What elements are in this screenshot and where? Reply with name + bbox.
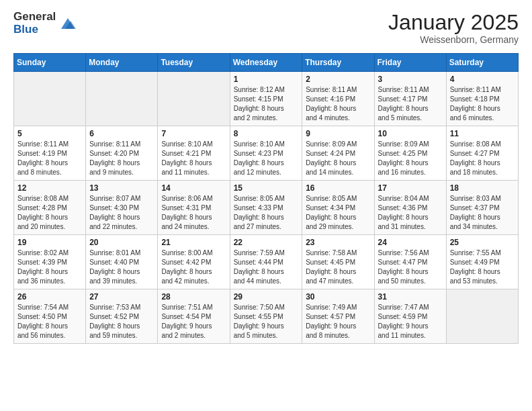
logo-general-text: General xyxy=(13,11,56,24)
calendar-cell: 21Sunrise: 8:00 AM Sunset: 4:42 PM Dayli… xyxy=(158,235,230,289)
day-info: Sunrise: 8:01 AM Sunset: 4:40 PM Dayligh… xyxy=(89,248,154,286)
day-info: Sunrise: 7:51 AM Sunset: 4:54 PM Dayligh… xyxy=(161,303,226,340)
day-number: 20 xyxy=(89,238,154,247)
day-number: 9 xyxy=(306,129,370,138)
day-number: 5 xyxy=(17,129,82,138)
calendar-cell: 25Sunrise: 7:55 AM Sunset: 4:49 PM Dayli… xyxy=(446,235,518,289)
day-number: 30 xyxy=(306,292,370,302)
day-number: 21 xyxy=(161,238,226,247)
calendar-cell xyxy=(86,72,158,126)
calendar-week-1: 1Sunrise: 8:12 AM Sunset: 4:15 PM Daylig… xyxy=(14,72,519,126)
header: General Blue January 2025 Weissenborn, G… xyxy=(13,11,519,45)
location: Weissenborn, Germany xyxy=(388,34,519,45)
day-info: Sunrise: 8:08 AM Sunset: 4:28 PM Dayligh… xyxy=(17,194,82,232)
calendar-cell: 14Sunrise: 8:06 AM Sunset: 4:31 PM Dayli… xyxy=(158,181,230,235)
day-info: Sunrise: 8:11 AM Sunset: 4:16 PM Dayligh… xyxy=(306,85,370,123)
day-number: 31 xyxy=(378,292,443,302)
weekday-header-sunday: Sunday xyxy=(14,54,86,72)
calendar-cell xyxy=(14,72,86,126)
day-number: 2 xyxy=(306,75,370,84)
day-number: 10 xyxy=(378,129,443,138)
calendar-cell: 31Sunrise: 7:47 AM Sunset: 4:59 PM Dayli… xyxy=(374,289,446,344)
calendar-cell: 13Sunrise: 8:07 AM Sunset: 4:30 PM Dayli… xyxy=(86,181,158,235)
day-info: Sunrise: 8:10 AM Sunset: 4:21 PM Dayligh… xyxy=(161,140,226,177)
calendar-cell: 28Sunrise: 7:51 AM Sunset: 4:54 PM Dayli… xyxy=(158,289,230,344)
day-number: 22 xyxy=(234,238,299,247)
calendar-cell: 22Sunrise: 7:59 AM Sunset: 4:44 PM Dayli… xyxy=(230,235,302,289)
day-info: Sunrise: 7:53 AM Sunset: 4:52 PM Dayligh… xyxy=(89,303,154,340)
day-number: 12 xyxy=(17,183,82,193)
calendar-cell: 10Sunrise: 8:09 AM Sunset: 4:25 PM Dayli… xyxy=(374,126,446,181)
day-number: 23 xyxy=(306,238,370,247)
calendar-cell: 19Sunrise: 8:02 AM Sunset: 4:39 PM Dayli… xyxy=(14,235,86,289)
day-info: Sunrise: 8:12 AM Sunset: 4:15 PM Dayligh… xyxy=(234,85,299,123)
day-number: 29 xyxy=(234,292,299,302)
weekday-header-saturday: Saturday xyxy=(446,54,518,72)
calendar-cell: 24Sunrise: 7:56 AM Sunset: 4:47 PM Dayli… xyxy=(374,235,446,289)
day-info: Sunrise: 7:59 AM Sunset: 4:44 PM Dayligh… xyxy=(234,248,299,286)
day-info: Sunrise: 8:07 AM Sunset: 4:30 PM Dayligh… xyxy=(89,194,154,232)
day-number: 25 xyxy=(450,238,515,247)
calendar-cell: 9Sunrise: 8:09 AM Sunset: 4:24 PM Daylig… xyxy=(302,126,374,181)
day-number: 28 xyxy=(161,292,226,302)
day-info: Sunrise: 8:10 AM Sunset: 4:23 PM Dayligh… xyxy=(234,140,299,177)
day-info: Sunrise: 7:55 AM Sunset: 4:49 PM Dayligh… xyxy=(450,248,515,286)
day-info: Sunrise: 8:00 AM Sunset: 4:42 PM Dayligh… xyxy=(161,248,226,286)
day-info: Sunrise: 7:50 AM Sunset: 4:55 PM Dayligh… xyxy=(234,303,299,340)
day-number: 26 xyxy=(17,292,82,302)
weekday-header-friday: Friday xyxy=(374,54,446,72)
day-number: 24 xyxy=(378,238,443,247)
title-block: January 2025 Weissenborn, Germany xyxy=(388,11,519,45)
day-number: 19 xyxy=(17,238,82,247)
day-info: Sunrise: 8:11 AM Sunset: 4:20 PM Dayligh… xyxy=(89,140,154,177)
day-number: 6 xyxy=(89,129,154,138)
day-number: 27 xyxy=(89,292,154,302)
calendar-week-5: 26Sunrise: 7:54 AM Sunset: 4:50 PM Dayli… xyxy=(14,289,519,344)
day-info: Sunrise: 8:02 AM Sunset: 4:39 PM Dayligh… xyxy=(17,248,82,286)
calendar-cell: 8Sunrise: 8:10 AM Sunset: 4:23 PM Daylig… xyxy=(230,126,302,181)
day-number: 8 xyxy=(234,129,299,138)
calendar-cell: 6Sunrise: 8:11 AM Sunset: 4:20 PM Daylig… xyxy=(86,126,158,181)
day-info: Sunrise: 8:09 AM Sunset: 4:24 PM Dayligh… xyxy=(306,140,370,177)
calendar-cell: 11Sunrise: 8:08 AM Sunset: 4:27 PM Dayli… xyxy=(446,126,518,181)
weekday-header-thursday: Thursday xyxy=(302,54,374,72)
day-info: Sunrise: 8:05 AM Sunset: 4:34 PM Dayligh… xyxy=(306,194,370,232)
page: General Blue January 2025 Weissenborn, G… xyxy=(0,0,532,355)
day-number: 11 xyxy=(450,129,515,138)
calendar-cell: 12Sunrise: 8:08 AM Sunset: 4:28 PM Dayli… xyxy=(14,181,86,235)
day-number: 13 xyxy=(89,183,154,193)
logo: General Blue xyxy=(13,11,77,36)
day-info: Sunrise: 8:06 AM Sunset: 4:31 PM Dayligh… xyxy=(161,194,226,232)
logo-icon xyxy=(58,14,77,33)
weekday-header-tuesday: Tuesday xyxy=(158,54,230,72)
day-number: 15 xyxy=(234,183,299,193)
calendar-week-2: 5Sunrise: 8:11 AM Sunset: 4:19 PM Daylig… xyxy=(14,126,519,181)
calendar-cell: 16Sunrise: 8:05 AM Sunset: 4:34 PM Dayli… xyxy=(302,181,374,235)
day-info: Sunrise: 7:56 AM Sunset: 4:47 PM Dayligh… xyxy=(378,248,443,286)
day-number: 7 xyxy=(161,129,226,138)
day-number: 17 xyxy=(378,183,443,193)
day-number: 18 xyxy=(450,183,515,193)
day-number: 14 xyxy=(161,183,226,193)
day-number: 16 xyxy=(306,183,370,193)
day-info: Sunrise: 8:08 AM Sunset: 4:27 PM Dayligh… xyxy=(450,140,515,177)
day-info: Sunrise: 7:49 AM Sunset: 4:57 PM Dayligh… xyxy=(306,303,370,340)
calendar-week-4: 19Sunrise: 8:02 AM Sunset: 4:39 PM Dayli… xyxy=(14,235,519,289)
month-title: January 2025 xyxy=(388,11,519,34)
weekday-header-wednesday: Wednesday xyxy=(230,54,302,72)
calendar-cell: 30Sunrise: 7:49 AM Sunset: 4:57 PM Dayli… xyxy=(302,289,374,344)
day-info: Sunrise: 8:11 AM Sunset: 4:17 PM Dayligh… xyxy=(378,85,443,123)
calendar-cell: 15Sunrise: 8:05 AM Sunset: 4:33 PM Dayli… xyxy=(230,181,302,235)
day-info: Sunrise: 7:58 AM Sunset: 4:45 PM Dayligh… xyxy=(306,248,370,286)
calendar-cell: 17Sunrise: 8:04 AM Sunset: 4:36 PM Dayli… xyxy=(374,181,446,235)
calendar-cell xyxy=(158,72,230,126)
day-number: 3 xyxy=(378,75,443,84)
calendar-cell: 4Sunrise: 8:11 AM Sunset: 4:18 PM Daylig… xyxy=(446,72,518,126)
weekday-header-monday: Monday xyxy=(86,54,158,72)
calendar-week-3: 12Sunrise: 8:08 AM Sunset: 4:28 PM Dayli… xyxy=(14,181,519,235)
calendar-cell: 7Sunrise: 8:10 AM Sunset: 4:21 PM Daylig… xyxy=(158,126,230,181)
calendar-cell: 1Sunrise: 8:12 AM Sunset: 4:15 PM Daylig… xyxy=(230,72,302,126)
calendar-cell: 29Sunrise: 7:50 AM Sunset: 4:55 PM Dayli… xyxy=(230,289,302,344)
calendar-cell: 2Sunrise: 8:11 AM Sunset: 4:16 PM Daylig… xyxy=(302,72,374,126)
weekday-header-row: SundayMondayTuesdayWednesdayThursdayFrid… xyxy=(14,54,519,72)
